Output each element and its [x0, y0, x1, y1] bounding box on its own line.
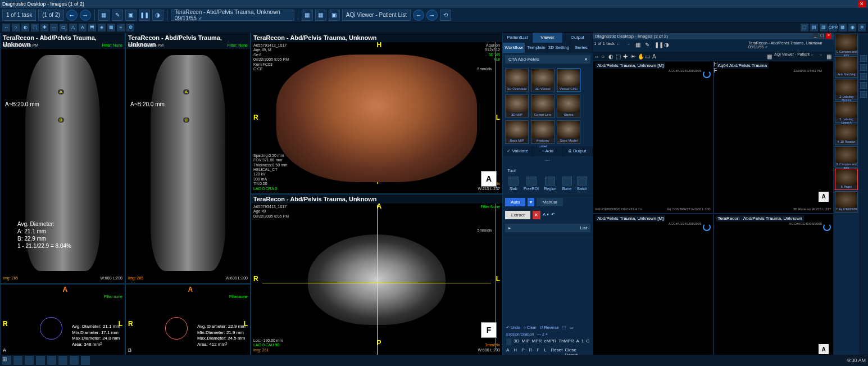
rviewport-2[interactable]: Aq64 Abd/Pelvis Trauma H 22/08/05 07:53 … — [714, 61, 834, 214]
add-button[interactable]: + Add — [533, 146, 562, 156]
task-icon[interactable] — [13, 356, 22, 365]
viewport-axial[interactable]: TeraRecon - Abd/Pelvis Trauma, Unknown A… — [251, 194, 503, 355]
next-arrow-icon[interactable]: → — [426, 10, 438, 21]
mode-ThMPR[interactable]: ThMPR — [558, 338, 574, 345]
tool-region[interactable]: Region — [544, 177, 556, 191]
undo-link[interactable]: ↶ Undo — [506, 326, 520, 330]
tool-icon[interactable]: ○ — [601, 53, 607, 60]
study-field[interactable]: TeraRecon - Abd/Pelvis Trauma, Unknown 0… — [171, 10, 294, 21]
workflow-thumb[interactable]: 3D MIP — [505, 94, 529, 118]
prev-arrow-icon[interactable]: ← — [66, 10, 78, 21]
tool-icon[interactable]: ▦ — [767, 53, 773, 60]
tool-icon[interactable]: ◑ — [152, 10, 163, 21]
tool-icon[interactable]: A — [652, 53, 658, 60]
tool-icon[interactable]: ⬒ — [88, 24, 96, 31]
tool-bone[interactable]: Bone — [562, 177, 572, 191]
output-button[interactable]: ⎙ Output — [563, 146, 593, 156]
maximize-icon[interactable]: ▢ — [819, 33, 825, 39]
task-icon[interactable] — [36, 356, 45, 365]
series-thumb[interactable]: 1. Compare and auto — [835, 34, 858, 55]
tool-icon[interactable]: ⬚ — [562, 326, 566, 330]
tool-icon[interactable]: ▭ — [60, 24, 67, 31]
tool-icon[interactable]: ≡ — [117, 24, 125, 31]
tool-icon[interactable]: ◐ — [608, 53, 615, 60]
orientation-cube[interactable]: A — [819, 192, 829, 202]
tool-icon[interactable]: ▥ — [820, 24, 828, 31]
tool-icon[interactable]: ↔ — [594, 53, 600, 60]
series-thumb[interactable]: 3. Labeling Upper A — [835, 101, 858, 123]
edge-tool-icon[interactable] — [860, 91, 867, 98]
tab-template[interactable]: Template — [525, 43, 548, 53]
tool-icon[interactable]: ◉ — [848, 24, 856, 31]
workflow-thumb[interactable]: Anatomy Label — [531, 120, 555, 144]
rviewport-4[interactable]: TeraRecon - Abd/Pelvis Trauma, Unknown A… — [714, 214, 834, 367]
mode-cMPR[interactable]: cMPR — [544, 338, 557, 345]
mode-MPR[interactable]: MPR — [532, 338, 542, 345]
tool-slab[interactable]: Slab — [508, 177, 519, 191]
tab-patientlist[interactable]: PatientList — [503, 33, 533, 43]
tab-series[interactable]: Series — [570, 43, 593, 53]
tool-icon[interactable]: ▦ — [98, 10, 110, 21]
tool-icon[interactable]: ▦ — [107, 24, 115, 31]
tool-icon[interactable]: ⬚ — [801, 24, 808, 31]
list-expander[interactable]: ▸ List — [505, 224, 590, 232]
task-icon[interactable] — [70, 356, 79, 365]
next-arrow-icon[interactable]: → — [80, 10, 91, 21]
tab-workflow[interactable]: Workflow — [503, 43, 525, 53]
tool-freeroi[interactable]: FreeROI — [524, 177, 539, 191]
tool-icon[interactable]: ✎ — [645, 42, 653, 49]
viewport-3d-vr[interactable]: TeraRecon - Abd/Pelvis Trauma, Unknown A… — [251, 33, 503, 194]
tool-icon[interactable]: ▭ — [570, 326, 574, 330]
tool-icon[interactable]: ✎ — [112, 10, 123, 21]
workflow-thumb[interactable]: 3D Vessel — [531, 69, 555, 92]
tool-icon[interactable]: ↔ — [2, 24, 10, 31]
start-icon[interactable]: ⊞ — [2, 356, 11, 365]
mode-3D[interactable]: 3D — [513, 338, 519, 345]
clear-link[interactable]: ○ Clear — [524, 326, 537, 330]
tool-icon[interactable]: ✚ — [40, 24, 48, 31]
pause-icon[interactable]: ❚❚ — [139, 10, 150, 21]
tool-icon[interactable]: ◈ — [98, 24, 106, 31]
tool-icon[interactable]: ▣ — [125, 10, 137, 21]
extract-button[interactable]: Extract — [505, 211, 530, 219]
viewport-sagittal-a[interactable]: TeraRecon - Abd/Pelvis Trauma, Unknown 0… — [0, 33, 125, 284]
tool-icon[interactable]: CPR — [829, 24, 837, 31]
validate-button[interactable]: ✓ Validate — [503, 146, 533, 156]
prev-arrow-icon[interactable]: ← — [811, 53, 817, 60]
task-icon[interactable] — [58, 356, 67, 365]
workflow-thumb[interactable]: Center Line — [531, 94, 555, 118]
layout-icon[interactable]: ▦ — [315, 10, 326, 21]
tool-icon[interactable]: ✚ — [623, 53, 629, 60]
viewport-cross-a[interactable]: A Filter:none RL A Avg. Diameter: 21.1 m… — [0, 284, 125, 356]
edge-tool-icon[interactable] — [860, 73, 867, 80]
tool-icon[interactable]: ▦ — [826, 53, 833, 60]
workflow-thumb[interactable]: Save Model — [557, 120, 580, 144]
tool-icon[interactable]: ▦ — [839, 24, 847, 31]
mode-A[interactable]: A — [576, 338, 579, 345]
layout-icon[interactable]: ▦ — [302, 10, 313, 21]
tool-icon[interactable]: ⚙ — [126, 24, 134, 31]
tool-icon[interactable]: ⬚ — [31, 24, 39, 31]
auto-dropdown-icon[interactable]: ▾ — [528, 198, 534, 206]
viewport-cross-b[interactable]: A Filter:none RL B Avg. Diameter: 22.9 m… — [125, 284, 251, 356]
rviewport-1[interactable]: Abd/Pelvis Trauma, Unknown [M] ACC#AGE49… — [593, 61, 714, 214]
next-arrow-icon[interactable]: → — [626, 42, 634, 49]
tool-icon[interactable]: ⬚ — [616, 53, 622, 60]
viewport-sagittal-b[interactable]: TeraRecon - Abd/Pelvis Trauma, Unknown 0… — [125, 33, 251, 284]
tool-icon[interactable]: A — [79, 24, 87, 31]
tool-icon[interactable]: ▤ — [810, 24, 818, 31]
mode-1[interactable]: 1 — [581, 338, 584, 345]
cancel-icon[interactable]: ✕ — [533, 211, 540, 219]
orientation-cube[interactable]: A — [819, 344, 829, 354]
tool-icon[interactable]: — — [50, 24, 58, 31]
layout-icon[interactable]: ▣ — [329, 10, 340, 21]
workflow-thumb[interactable]: Stents — [557, 94, 580, 118]
manual-button[interactable]: Manual — [537, 198, 562, 206]
series-thumb[interactable]: Auto Matching — [835, 56, 858, 78]
orientation-cube[interactable]: A — [481, 171, 497, 187]
task-icon[interactable] — [81, 356, 90, 365]
workflow-thumb[interactable]: Vessel CPR — [557, 69, 580, 92]
tab-3dsetting[interactable]: 3D Setting — [548, 43, 570, 53]
close-icon[interactable]: ✕ — [858, 1, 866, 7]
series-thumb[interactable]: 6. Pages — [835, 169, 858, 190]
